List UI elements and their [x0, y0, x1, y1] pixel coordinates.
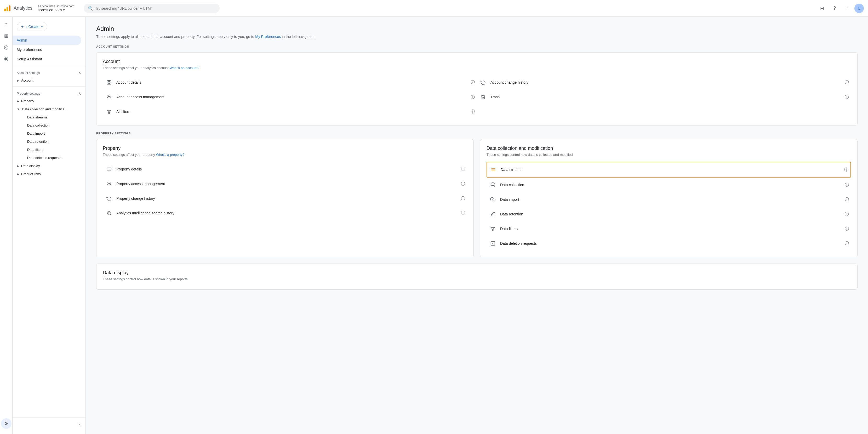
nav-property-item[interactable]: ▶ Property [12, 97, 86, 105]
account-access-icon [105, 93, 113, 101]
account-details-item[interactable]: Account details ⓘ [103, 75, 477, 90]
analytics-logo-bars [4, 5, 10, 11]
sidebar-icon-explore[interactable]: ◎ [1, 42, 11, 52]
collapse-sidebar-button[interactable]: ‹ [78, 421, 81, 428]
trash-icon [479, 93, 487, 101]
avatar-initials: U [858, 6, 860, 10]
plus-icon: + [21, 24, 24, 29]
trash-item[interactable]: Trash ⓘ [477, 90, 851, 104]
create-dropdown-icon: ▾ [41, 25, 42, 28]
data-streams-help-icon[interactable]: ⓘ [844, 167, 848, 173]
property-access-help-icon[interactable]: ⓘ [461, 181, 465, 187]
nav-sub-data-import[interactable]: Data import [12, 129, 86, 137]
account-access-item[interactable]: Account access management ⓘ [103, 90, 477, 104]
search-input[interactable] [95, 6, 215, 10]
data-collection-help-icon[interactable]: ⓘ [845, 182, 849, 188]
svg-rect-1 [110, 81, 111, 82]
explore-icon: ◎ [4, 44, 8, 50]
property-change-history-item[interactable]: Property change history ⓘ [103, 191, 467, 206]
nav-sub-data-collection[interactable]: Data collection [12, 121, 86, 129]
svg-point-4 [108, 95, 109, 96]
data-collection-expand-arrow: ▼ [17, 107, 20, 111]
data-collection-card-title: Data collection and modification [487, 146, 851, 151]
svg-point-20 [491, 183, 495, 184]
property-expand-arrow: ▶ [17, 99, 19, 103]
property-details-item[interactable]: Property details ⓘ [103, 162, 467, 177]
property-settings-collapse-icon[interactable]: ∧ [78, 91, 81, 96]
help-icon-button[interactable]: ? [829, 3, 840, 13]
account-change-history-item[interactable]: Account change history ⓘ [477, 75, 851, 90]
topbar-right: ⊞ ? ⋮ U [817, 3, 864, 13]
logo: Analytics [4, 5, 32, 11]
nav-data-collection-item[interactable]: ▼ Data collection and modifica... [12, 105, 86, 113]
apps-icon-button[interactable]: ⊞ [817, 3, 827, 13]
data-retention-help-icon[interactable]: ⓘ [845, 212, 849, 217]
all-filters-help-icon[interactable]: ⓘ [471, 109, 475, 115]
account-breadcrumb: All accounts > sorostica.com [38, 4, 74, 8]
nav-item-admin[interactable]: Admin [12, 36, 81, 45]
account-card-right-column: Account change history ⓘ Trash ⓘ [477, 75, 851, 119]
property-card: Property These settings affect your prop… [96, 139, 474, 257]
data-deletion-help-icon[interactable]: ⓘ [845, 241, 849, 246]
whats-a-property-link[interactable]: What's a property? [156, 153, 185, 157]
svg-rect-2 [107, 83, 109, 85]
advertising-icon: ◉ [4, 55, 8, 62]
analytics-intelligence-help-icon[interactable]: ⓘ [461, 211, 465, 216]
settings-icon-button[interactable]: ⚙ [1, 418, 11, 429]
main-layout: ⌂ ▦ ◎ ◉ ⚙ + + Create ▾ Admin My preferen… [0, 17, 868, 434]
nav-data-display-item[interactable]: ▶ Data display [12, 162, 86, 170]
data-import-help-icon[interactable]: ⓘ [845, 197, 849, 203]
nav-product-links-item[interactable]: ▶ Product links [12, 170, 86, 178]
property-access-icon [105, 180, 113, 188]
nav-sub-data-filters[interactable]: Data filters [12, 146, 86, 154]
data-import-icon [489, 195, 497, 204]
svg-rect-3 [110, 83, 111, 85]
logo-bar-1 [4, 9, 6, 11]
all-filters-item[interactable]: All filters ⓘ [103, 104, 477, 119]
more-options-icon-button[interactable]: ⋮ [842, 3, 852, 13]
analytics-intelligence-item[interactable]: Analytics Intelligence search history ⓘ [103, 206, 467, 220]
data-streams-item[interactable]: Data streams ⓘ [487, 162, 851, 178]
data-import-item[interactable]: Data import ⓘ [487, 192, 851, 207]
data-deletion-item[interactable]: Data deletion requests ⓘ [487, 236, 851, 251]
data-display-card-subtitle: These settings control how data is shown… [103, 277, 851, 281]
nav-bottom: ‹ [12, 417, 86, 431]
account-card: Account These settings affect your analy… [96, 52, 858, 125]
avatar[interactable]: U [855, 4, 864, 13]
nav-account-item[interactable]: ▶ Account [12, 76, 86, 85]
sidebar-icon-advertising[interactable]: ◉ [1, 53, 11, 64]
nav-sub-data-streams[interactable]: Data streams [12, 113, 86, 121]
sidebar-icon-reports[interactable]: ▦ [1, 30, 11, 41]
data-collection-item[interactable]: Data collection ⓘ [487, 178, 851, 192]
data-retention-item[interactable]: Data retention ⓘ [487, 207, 851, 221]
analytics-intelligence-icon [105, 209, 113, 217]
property-details-help-icon[interactable]: ⓘ [461, 166, 465, 172]
account-settings-collapse-icon[interactable]: ∧ [78, 70, 81, 75]
data-filters-icon [489, 225, 497, 233]
whats-an-account-link[interactable]: What's an account? [170, 66, 199, 70]
property-access-item[interactable]: Property access management ⓘ [103, 177, 467, 191]
trash-help-icon[interactable]: ⓘ [845, 94, 849, 100]
sidebar-icon-home[interactable]: ⌂ [1, 19, 11, 29]
my-preferences-link[interactable]: My Preferences [255, 34, 281, 39]
account-change-history-icon [479, 78, 487, 87]
account-settings-header: ACCOUNT SETTINGS [96, 45, 858, 48]
icon-sidebar: ⌂ ▦ ◎ ◉ ⚙ [0, 17, 12, 434]
account-details-help-icon[interactable]: ⓘ [471, 80, 475, 85]
data-filters-help-icon[interactable]: ⓘ [845, 226, 849, 231]
create-button[interactable]: + + Create ▾ [17, 22, 47, 31]
help-icon: ? [833, 5, 836, 11]
account-selector[interactable]: All accounts > sorostica.com sorostica.c… [36, 3, 76, 13]
data-filters-item[interactable]: Data filters ⓘ [487, 221, 851, 236]
property-change-history-help-icon[interactable]: ⓘ [461, 196, 465, 201]
logo-bar-2 [6, 7, 8, 11]
account-change-history-help-icon[interactable]: ⓘ [845, 80, 849, 85]
nav-sub-data-retention[interactable]: Data retention [12, 137, 86, 146]
nav-item-setup-assistant[interactable]: Setup Assistant [12, 54, 81, 64]
svg-marker-22 [491, 227, 495, 231]
property-change-history-icon [105, 194, 113, 203]
account-access-help-icon[interactable]: ⓘ [471, 94, 475, 100]
nav-sub-data-deletion[interactable]: Data deletion requests [12, 154, 86, 162]
nav-item-my-preferences[interactable]: My preferences [12, 45, 81, 54]
svg-rect-0 [107, 81, 109, 82]
